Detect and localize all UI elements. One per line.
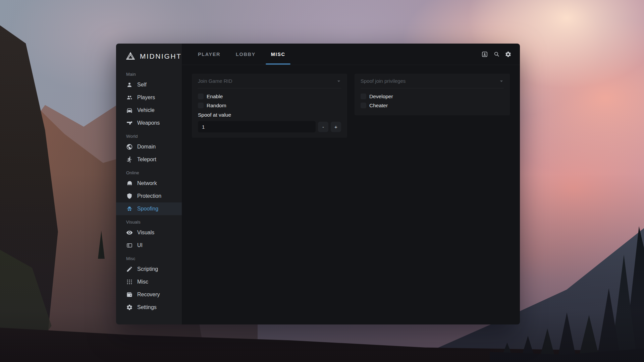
spoof-join-privileges-card: Spoof join privileges Developer Cheater	[355, 74, 510, 115]
eye-icon	[126, 229, 133, 236]
shield-icon	[126, 193, 133, 199]
checkbox-label: Developer	[369, 94, 393, 100]
sidebar-item-label: Weapons	[137, 120, 160, 126]
developer-checkbox-row[interactable]: Developer	[361, 92, 504, 101]
sidebar-item-spoofing[interactable]: Spoofing	[116, 202, 182, 215]
sidebar-item-label: Vehicle	[137, 107, 155, 113]
sidebar-item-settings[interactable]: Settings	[116, 301, 182, 314]
tab-bar: PLAYER LOBBY MISC	[197, 44, 300, 65]
car-icon	[126, 107, 133, 114]
sidebar-item-ui[interactable]: UI	[116, 239, 182, 252]
checkbox-label: Enable	[207, 94, 223, 100]
join-game-rid-card: Join Game RID Enable Random Spoof at val…	[192, 74, 347, 138]
spoof-join-privileges-body: Developer Cheater	[361, 88, 504, 110]
sidebar-item-network[interactable]: Network	[116, 177, 182, 190]
sidebar-item-label: Teleport	[137, 157, 156, 163]
sidebar-item-label: Domain	[137, 144, 156, 150]
globe-icon	[126, 143, 133, 150]
checkbox	[198, 94, 204, 99]
layout-icon	[126, 242, 133, 249]
nav-group-online: Online Network Protection	[116, 170, 182, 215]
sidebar-item-label: Misc	[137, 279, 148, 285]
small-tree-silhouette	[98, 231, 105, 259]
chevron-down-icon	[336, 79, 341, 83]
pistol-icon	[126, 120, 133, 126]
save-icon[interactable]	[480, 50, 489, 59]
sidebar-item-weapons[interactable]: Weapons	[116, 117, 182, 129]
sidebar-item-scripting[interactable]: Scripting	[116, 263, 182, 276]
running-person-icon	[126, 156, 133, 163]
sidebar-item-vehicle[interactable]: Vehicle	[116, 104, 182, 117]
nav-group-misc: Misc Scripting Misc	[116, 256, 182, 314]
section-title: Join Game RID	[198, 78, 232, 84]
sidebar-item-domain[interactable]: Domain	[116, 140, 182, 153]
sidebar-item-label: Self	[137, 82, 147, 88]
section-title: Spoof join privileges	[361, 78, 406, 84]
penrose-triangle-logo-icon	[125, 51, 136, 61]
nav-group-label: Main	[126, 72, 182, 77]
spoof-at-value-label: Spoof at value	[198, 112, 341, 118]
sidebar-item-label: Network	[137, 180, 157, 186]
sidebar-item-protection[interactable]: Protection	[116, 190, 182, 202]
checkbox	[361, 103, 366, 108]
search-icon[interactable]	[492, 50, 501, 59]
nav-group-main: Main Self Players Ve	[116, 72, 182, 129]
sidebar-item-label: Spoofing	[137, 206, 158, 212]
wallet-icon	[126, 291, 133, 298]
nav-group-label: Online	[126, 170, 182, 175]
sidebar-item-visuals[interactable]: Visuals	[116, 226, 182, 239]
checkbox	[361, 94, 366, 99]
incognito-icon	[126, 205, 133, 212]
tab-misc[interactable]: MISC	[270, 44, 286, 65]
increment-button[interactable]: +	[331, 122, 341, 132]
checkbox-label: Random	[207, 103, 226, 109]
random-checkbox-row[interactable]: Random	[198, 101, 341, 110]
checkbox	[198, 103, 204, 108]
nav-group-label: Misc	[126, 256, 182, 261]
nav-group-label: Visuals	[126, 220, 182, 225]
tab-lobby[interactable]: LOBBY	[235, 44, 256, 65]
grid-dots-icon	[126, 279, 133, 285]
join-game-rid-header[interactable]: Join Game RID	[198, 74, 341, 88]
sidebar-item-label: Players	[137, 95, 155, 101]
people-icon	[126, 94, 133, 101]
sidebar-nav: Main Self Players Ve	[116, 69, 182, 318]
content-area: Join Game RID Enable Random Spoof at val…	[182, 65, 520, 146]
gear-icon	[126, 304, 133, 311]
join-game-rid-body: Enable Random Spoof at value - +	[198, 88, 341, 132]
logo-row: MIDNIGHT	[116, 44, 182, 69]
toolbar	[480, 50, 513, 59]
sidebar-item-teleport[interactable]: Teleport	[116, 153, 182, 166]
sidebar: MIDNIGHT Main Self Players	[116, 44, 182, 324]
pencil-icon	[126, 266, 133, 273]
spoof-value-stepper: - +	[198, 121, 341, 132]
sidebar-item-label: Recovery	[137, 292, 160, 298]
checkbox-label: Cheater	[369, 103, 388, 109]
sidebar-item-recovery[interactable]: Recovery	[116, 288, 182, 301]
nav-group-label: World	[126, 134, 182, 139]
decrement-button[interactable]: -	[318, 122, 328, 132]
top-bar: PLAYER LOBBY MISC	[182, 44, 520, 65]
network-icon	[126, 180, 133, 187]
spoof-value-input[interactable]	[198, 121, 316, 132]
tab-player[interactable]: PLAYER	[197, 44, 221, 65]
spoof-join-privileges-header[interactable]: Spoof join privileges	[361, 74, 504, 88]
sidebar-item-label: UI	[137, 242, 143, 248]
person-icon	[126, 81, 133, 88]
sidebar-item-label: Protection	[137, 193, 161, 199]
sidebar-item-label: Settings	[137, 304, 157, 310]
main-area: PLAYER LOBBY MISC Join Game RID	[182, 44, 520, 324]
nav-group-visuals: Visuals Visuals UI	[116, 220, 182, 252]
chevron-down-icon	[499, 79, 504, 83]
brand-title: MIDNIGHT	[140, 52, 182, 60]
sidebar-item-self[interactable]: Self	[116, 78, 182, 91]
settings-icon[interactable]	[504, 50, 513, 59]
midnight-menu-window: MIDNIGHT Main Self Players	[116, 44, 518, 324]
nav-group-world: World Domain Teleport	[116, 134, 182, 166]
cheater-checkbox-row[interactable]: Cheater	[361, 101, 504, 110]
sidebar-item-label: Scripting	[137, 266, 158, 272]
sidebar-item-misc[interactable]: Misc	[116, 276, 182, 288]
sidebar-item-label: Visuals	[137, 230, 154, 236]
enable-checkbox-row[interactable]: Enable	[198, 92, 341, 101]
sidebar-item-players[interactable]: Players	[116, 91, 182, 104]
